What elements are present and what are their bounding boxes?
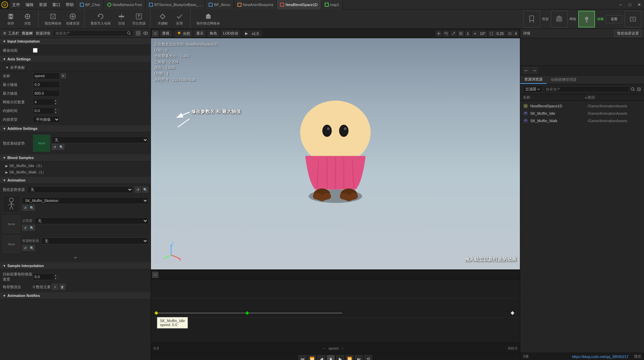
filter-btn[interactable]: 过滤器: [523, 86, 543, 93]
sourcemap-select[interactable]: 无: [42, 238, 148, 244]
playback-forward[interactable]: ⏩: [345, 355, 354, 360]
bone-blend-add-btn[interactable]: +: [52, 284, 58, 290]
section-animation[interactable]: ▼ Animation: [0, 177, 151, 184]
preview-pose-select[interactable]: 无: [28, 186, 133, 193]
camera-speed-toggle[interactable]: [507, 31, 513, 37]
interp-type-select[interactable]: 平均插值: [33, 116, 60, 123]
section-blend-samples[interactable]: ▼ Blend Samples: [0, 154, 151, 161]
section-sample-interp[interactable]: ▼ Sample Interpolation: [0, 262, 151, 269]
snap-btn[interactable]: [458, 31, 464, 37]
tw-up[interactable]: ▲: [53, 273, 58, 277]
asset-item-walk[interactable]: SK_Muffin_Walk /Game/AnimationAssets: [520, 117, 644, 124]
compress-button[interactable]: 压缩: [113, 10, 129, 28]
sourcemap-search-btn[interactable]: 🔍: [29, 245, 35, 251]
world-toggle[interactable]: 1: [465, 31, 471, 37]
timeline-point-mid[interactable]: [245, 311, 249, 315]
asset-search-icon[interactable]: [631, 87, 635, 92]
section-anim-notifies[interactable]: ▼ Animation Notifies: [0, 292, 151, 299]
timeline-menu-btn[interactable]: [152, 272, 158, 278]
preview-settings-btn[interactable]: 预览场景设置: [614, 30, 641, 37]
min-input[interactable]: [33, 81, 60, 88]
tab-bpaicon[interactable]: BP_AIcon: [205, 0, 234, 9]
asset-item-idle[interactable]: SK_Muffin_Idle /Game/AnimationAssets: [520, 110, 644, 117]
lighting-btn[interactable]: 光照: [175, 30, 193, 37]
rotate-btn[interactable]: [443, 31, 449, 37]
tab-anim-slot-manager[interactable]: 动画插槽管理器: [547, 76, 581, 84]
window-controls[interactable]: – □ ✕: [616, 0, 644, 9]
grid-down-btn[interactable]: ▼: [53, 102, 58, 105]
asset-search-input[interactable]: [546, 87, 628, 91]
debug-view-btn[interactable]: [625, 11, 641, 28]
layout-btn[interactable]: 蓝图: [606, 15, 623, 23]
bone-blend-del-btn[interactable]: 🗑: [59, 284, 65, 290]
viewport-content[interactable]: 正在预览混合空间: NewBlendSpace1D LOD：0 当前屏幕大小：1…: [151, 38, 520, 269]
preview-refresh-btn[interactable]: ↺: [135, 187, 141, 193]
interp-time-input[interactable]: [33, 109, 53, 113]
maximize-btn[interactable]: □: [625, 0, 635, 9]
tab-btservice[interactable]: BTService_BlueprintBase_...: [146, 0, 205, 9]
display-btn[interactable]: 显示: [194, 30, 206, 37]
section-input-interpolation[interactable]: ▼ Input Interpolation: [0, 38, 151, 45]
skeleton-refresh-btn[interactable]: ↺: [22, 205, 28, 211]
skeleton-view-btn[interactable]: [523, 11, 540, 28]
skeleton-search-btn[interactable]: 🔍: [29, 205, 35, 211]
preview-search-btn[interactable]: 🔍: [142, 187, 148, 193]
playback-stop[interactable]: ■: [327, 355, 335, 360]
tab-asset-browser[interactable]: 资源浏览器: [520, 75, 547, 84]
menu-edit[interactable]: 编辑: [23, 0, 36, 9]
snap-toggle[interactable]: [472, 31, 478, 37]
make-static-mesh-button[interactable]: 制作静态网格体: [195, 10, 222, 28]
name-reset-icon[interactable]: [61, 73, 66, 78]
preview-mesh-button[interactable]: 预览网格体: [43, 10, 63, 28]
pose-select[interactable]: 无: [52, 137, 148, 143]
playback-step-back[interactable]: ⏪: [308, 355, 316, 360]
browse-button[interactable]: 浏览: [19, 10, 36, 28]
subsection-horizontal[interactable]: ▼ 水平坐标: [0, 64, 151, 71]
transform-btn[interactable]: [436, 31, 442, 37]
menu-file[interactable]: 文件: [9, 0, 23, 9]
sort-icon[interactable]: [584, 96, 588, 99]
tab-asset-details[interactable]: 资源详情: [36, 31, 50, 36]
play-anim-checkbox[interactable]: [33, 48, 38, 53]
perspective-btn[interactable]: 透视: [160, 30, 172, 37]
playback-back[interactable]: ◀: [317, 355, 325, 360]
speed-display[interactable]: x1.0: [250, 31, 261, 37]
play-btn[interactable]: ▶: [244, 31, 250, 37]
character-btn[interactable]: 角色: [207, 30, 219, 37]
menu-assets[interactable]: 资源: [36, 0, 50, 9]
target-weight-spinner[interactable]: ▲ ▼: [53, 273, 58, 280]
section-axis-settings[interactable]: ▼ Axis Settings: [0, 56, 151, 63]
close-btn[interactable]: ✕: [635, 0, 644, 9]
tab-map1[interactable]: map1: [321, 0, 343, 9]
tab-behavior-tree[interactable]: NewBehaviorTree: [104, 0, 146, 9]
save-filter-icon[interactable]: [637, 87, 641, 92]
sourcemap-refresh-btn[interactable]: ↺: [22, 245, 28, 251]
keyframe-button[interactable]: 关键帧: [155, 10, 171, 28]
menu-help[interactable]: 帮助: [63, 0, 76, 9]
sample-idle[interactable]: ▶ SK_Muffin_Idle（0）: [0, 163, 151, 169]
playback-skip-start[interactable]: ⏮: [299, 355, 307, 360]
layout-btns[interactable]: 蓝图: [606, 15, 623, 23]
grid-spinner[interactable]: ▲ ▼: [53, 99, 58, 105]
reimport-button[interactable]: 重新导入动画: [89, 10, 113, 28]
viewport-menu-btn[interactable]: [152, 31, 158, 37]
max-input[interactable]: [33, 90, 60, 97]
timeline-graph-area[interactable]: SK_Muffin_Idle speed: 0.0: [151, 279, 520, 343]
csdn-url[interactable]: https://blog.csdn.net/qq_38556217: [572, 355, 629, 359]
scale-toggle[interactable]: [488, 31, 494, 37]
scale-btn[interactable]: [450, 31, 457, 37]
timeline-point-idle[interactable]: [154, 311, 158, 315]
playback-play[interactable]: ▶: [336, 355, 344, 360]
playback-skip-end[interactable]: ⏭: [355, 355, 363, 360]
name-input[interactable]: [33, 72, 60, 79]
grid-up-btn[interactable]: ▲: [53, 99, 58, 102]
tab-anim-blueprint[interactable]: NewAnimBlueprint: [234, 0, 277, 9]
tab-skeleton-tree[interactable]: 骨架树: [22, 31, 33, 36]
save-button[interactable]: 保存: [3, 10, 19, 28]
eye-icon[interactable]: [143, 31, 148, 36]
nav-forward-btn[interactable]: →: [531, 67, 538, 74]
view-toggle-icon[interactable]: [136, 31, 141, 36]
tab-blend-space[interactable]: NewBlendSpace1D: [277, 0, 321, 9]
lod-btn[interactable]: LOD自动: [221, 30, 240, 37]
minimize-btn[interactable]: –: [616, 0, 625, 9]
